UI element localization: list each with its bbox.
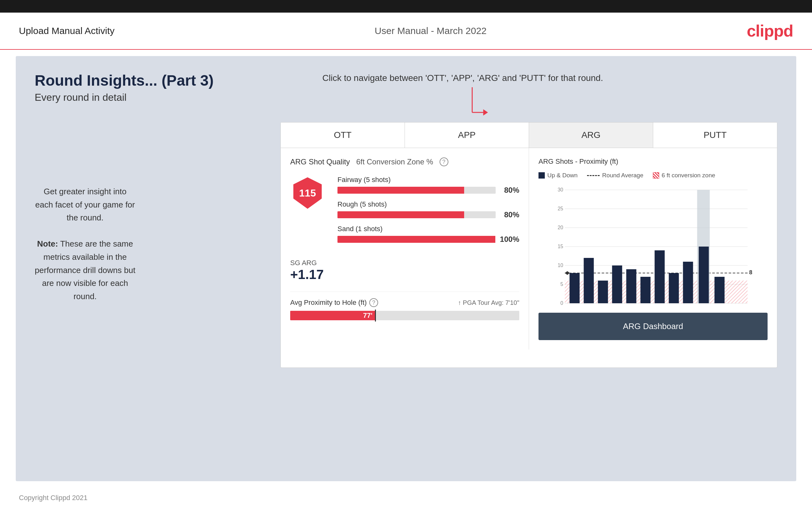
svg-text:25: 25 — [558, 206, 563, 211]
bar-10 — [699, 246, 709, 303]
nav-hint: Click to navigate between 'OTT', 'APP', … — [322, 72, 603, 126]
tab-putt[interactable]: PUTT — [653, 122, 777, 148]
bar-7 — [655, 250, 665, 303]
shot-bars: Fairway (5 shots) 80% — [338, 176, 519, 249]
legend-up-down-box — [539, 172, 545, 178]
insight-note: Note: — [37, 239, 58, 248]
header-center-label: User Manual - March 2022 — [375, 25, 487, 36]
sand-label: Sand (1 shots) — [338, 225, 519, 233]
left-panel-header: ARG Shot Quality 6ft Conversion Zone % ? — [290, 158, 519, 166]
conversion-label: 6ft Conversion Zone % — [356, 158, 433, 166]
left-data-panel: ARG Shot Quality 6ft Conversion Zone % ? — [281, 148, 529, 349]
legend-round-avg: Round Average — [587, 172, 644, 179]
fairway-bar-fill — [338, 187, 464, 194]
header: Upload Manual Activity User Manual - Mar… — [0, 13, 812, 50]
copyright: Copyright Clippd 2021 — [19, 494, 88, 502]
legend-up-down: Up & Down — [539, 172, 577, 179]
bar-3 — [598, 281, 608, 303]
svg-marker-2 — [483, 109, 488, 116]
svg-text:10: 10 — [558, 263, 563, 268]
top-bar — [0, 0, 812, 13]
chart-area: 0 5 10 15 20 25 30 — [539, 187, 768, 306]
rough-label: Rough (5 shots) — [338, 200, 519, 209]
proximity-bar-track: 77' — [290, 311, 519, 320]
hex-number: 115 — [299, 187, 316, 199]
sg-label: SG ARG — [290, 259, 519, 267]
round-avg-diamond — [565, 271, 570, 275]
pga-avg: ↑ PGA Tour Avg: 7'10" — [458, 299, 519, 306]
fairway-pct: 80% — [500, 186, 519, 194]
help-icon[interactable]: ? — [440, 158, 448, 166]
bar-9 — [683, 262, 693, 303]
rough-bar-track — [338, 211, 496, 218]
proximity-label: Avg Proximity to Hole (ft) ? — [290, 298, 378, 307]
hex-score: 115 — [290, 176, 325, 210]
svg-text:30: 30 — [558, 187, 563, 192]
proximity-cursor — [375, 309, 376, 322]
legend-6ft-box — [653, 172, 659, 178]
bar-5 — [626, 269, 637, 303]
bar-4 — [612, 266, 622, 303]
svg-text:0: 0 — [561, 300, 563, 306]
svg-text:15: 15 — [558, 244, 563, 249]
svg-text:8: 8 — [749, 269, 753, 276]
sand-bar-track — [338, 236, 495, 243]
legend-round-avg-label: Round Average — [602, 172, 644, 179]
proximity-section: Avg Proximity to Hole (ft) ? ↑ PGA Tour … — [290, 292, 519, 320]
legend-up-down-label: Up & Down — [547, 172, 577, 179]
svg-text:5: 5 — [561, 282, 563, 287]
svg-text:20: 20 — [558, 225, 563, 230]
proximity-header: Avg Proximity to Hole (ft) ? ↑ PGA Tour … — [290, 298, 519, 307]
upload-label: Upload Manual Activity — [19, 25, 115, 36]
logo: clippd — [747, 21, 793, 40]
chart-legend: Up & Down Round Average 6 ft conversion … — [539, 172, 715, 179]
proximity-help-icon[interactable]: ? — [369, 298, 378, 307]
bar-11 — [715, 277, 725, 303]
proximity-bar-fill: 77' — [290, 311, 375, 320]
fairway-bar-track — [338, 187, 496, 194]
nav-hint-arrow — [466, 87, 491, 125]
footer: Copyright Clippd 2021 — [0, 488, 812, 507]
legend-6ft: 6 ft conversion zone — [653, 172, 715, 179]
bar-1 — [570, 273, 580, 303]
chart-header-row: ARG Shots - Proximity (ft) Up & Down Rou… — [539, 158, 768, 182]
fairway-row: Fairway (5 shots) 80% — [338, 176, 519, 194]
main-content: Round Insights... (Part 3) Every round i… — [16, 56, 796, 481]
arg-shot-quality-label: ARG Shot Quality — [290, 158, 350, 166]
right-data-panel: ARG Shots - Proximity (ft) Up & Down Rou… — [529, 148, 777, 349]
chart-svg: 0 5 10 15 20 25 30 — [539, 187, 768, 306]
rough-bar-fill — [338, 211, 464, 218]
dashboard-body: ARG Shot Quality 6ft Conversion Zone % ? — [281, 148, 777, 349]
sand-pct: 100% — [500, 235, 519, 244]
content-wrapper: Round Insights... (Part 3) Every round i… — [35, 72, 777, 368]
sg-value: +1.17 — [290, 267, 519, 282]
rough-pct: 80% — [500, 210, 519, 219]
bar-8 — [669, 273, 679, 303]
arg-dashboard-button[interactable]: ARG Dashboard — [539, 313, 768, 340]
insight-text: Get greater insight into each facet of y… — [35, 187, 135, 222]
sg-section: SG ARG +1.17 — [290, 259, 519, 282]
nav-hint-text: Click to navigate between 'OTT', 'APP', … — [322, 72, 603, 84]
left-annotation: Get greater insight into each facet of y… — [35, 122, 136, 303]
dashboard-panel: OTT APP ARG PUTT ARG Shot Qual — [281, 122, 777, 368]
legend-round-avg-line — [587, 175, 600, 176]
bar-6 — [641, 277, 651, 303]
sand-row: Sand (1 shots) 100% — [338, 225, 519, 244]
sand-bar-fill — [338, 236, 495, 243]
proximity-value: 77' — [363, 312, 372, 320]
chart-title: ARG Shots - Proximity (ft) — [539, 158, 618, 166]
bar-2 — [584, 258, 594, 303]
rough-row: Rough (5 shots) 80% — [338, 200, 519, 219]
legend-6ft-label: 6 ft conversion zone — [662, 172, 715, 179]
fairway-label: Fairway (5 shots) — [338, 176, 519, 184]
